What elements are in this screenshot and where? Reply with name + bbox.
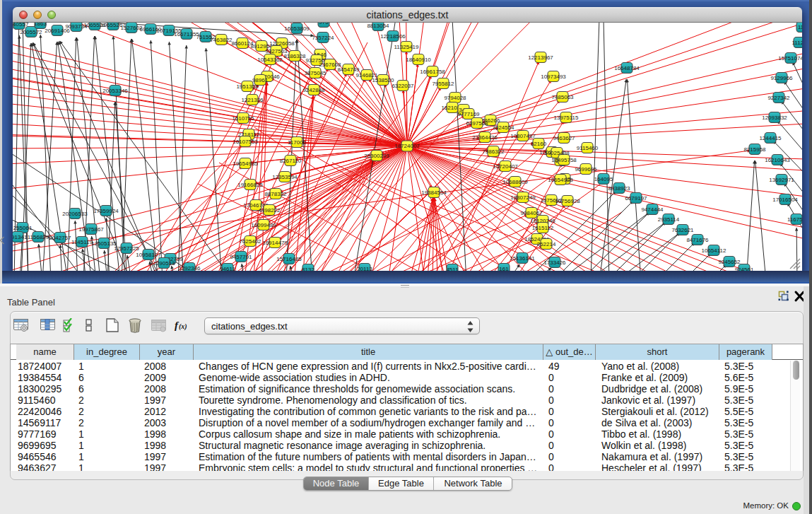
svg-text:8471676: 8471676 [686, 237, 709, 243]
svg-text:9242848: 9242848 [302, 87, 325, 93]
svg-text:16107553: 16107553 [233, 139, 258, 145]
svg-text:7986322: 7986322 [482, 148, 505, 155]
svg-text:10543362: 10543362 [257, 57, 283, 63]
svg-text:6497568: 6497568 [466, 120, 488, 127]
svg-text:11124: 11124 [792, 40, 802, 46]
svg-text:10654112: 10654112 [702, 247, 727, 254]
svg-text:15136141: 15136141 [510, 255, 535, 262]
svg-text:7955812: 7955812 [432, 81, 454, 87]
svg-text:15716485: 15716485 [276, 256, 302, 262]
svg-text:10807487: 10807487 [510, 133, 536, 139]
svg-text:18807249: 18807249 [510, 194, 536, 201]
svg-text:20113: 20113 [357, 266, 372, 271]
svg-text:17359924: 17359924 [93, 208, 119, 214]
svg-text:15751074: 15751074 [778, 55, 802, 62]
svg-text:9463627: 9463627 [553, 135, 575, 141]
svg-text:9794028: 9794028 [444, 95, 466, 101]
svg-text:16648784: 16648784 [614, 65, 640, 71]
svg-text:255061: 255061 [13, 225, 33, 231]
svg-text:20206533: 20206533 [62, 211, 88, 217]
svg-text:3875045: 3875045 [304, 70, 326, 76]
svg-text:12093832: 12093832 [762, 115, 787, 121]
svg-text:9777169: 9777169 [457, 111, 480, 117]
svg-text:8938923: 8938923 [608, 185, 630, 192]
svg-text:9457791: 9457791 [230, 254, 252, 260]
svg-text:1156829: 1156829 [28, 234, 49, 240]
svg-text:10973493: 10973493 [541, 74, 566, 80]
svg-text:18724007: 18724007 [394, 143, 420, 149]
svg-text:16210643: 16210643 [765, 157, 790, 163]
svg-text:8878332: 8878332 [264, 191, 287, 197]
svg-text:1863: 1863 [34, 23, 47, 27]
svg-text:252214: 252214 [537, 241, 556, 247]
svg-text:1145119: 1145119 [71, 239, 93, 245]
svg-text:9474444: 9474444 [641, 206, 664, 213]
svg-text:1615112: 1615112 [532, 225, 554, 231]
svg-text:12505135: 12505135 [91, 240, 117, 247]
svg-text:1610755: 1610755 [232, 115, 254, 122]
svg-text:9129966: 9129966 [770, 75, 793, 81]
svg-text:19654985: 19654985 [233, 160, 258, 167]
svg-text:8215958: 8215958 [743, 146, 766, 153]
svg-text:8186328: 8186328 [283, 53, 306, 59]
svg-text:25300293: 25300293 [364, 153, 389, 159]
svg-text:9245652: 9245652 [718, 259, 741, 265]
svg-text:3624554: 3624554 [492, 124, 514, 131]
svg-text:161: 161 [499, 266, 509, 271]
svg-text:1244415: 1244415 [759, 135, 782, 141]
svg-text:12353594: 12353594 [272, 174, 298, 180]
svg-text:7485063: 7485063 [551, 94, 574, 100]
svg-text:1221336: 1221336 [241, 97, 264, 103]
svg-text:9227342: 9227342 [767, 95, 790, 101]
svg-text:18640910: 18640910 [406, 57, 431, 63]
svg-text:21364436: 21364436 [472, 134, 498, 141]
svg-text:12213967: 12213967 [528, 54, 553, 61]
svg-text:1292346: 1292346 [178, 265, 201, 271]
svg-text:10756928: 10756928 [555, 198, 580, 204]
svg-text:12218506: 12218506 [380, 33, 406, 40]
svg-text:140557: 140557 [13, 23, 29, 28]
svg-text:7632621: 7632621 [671, 227, 694, 233]
svg-text:116753: 116753 [787, 216, 802, 223]
svg-text:20053346: 20053346 [102, 88, 128, 94]
svg-text:19166825: 19166825 [237, 182, 263, 188]
svg-text:62160: 62160 [531, 141, 547, 147]
svg-text:117006: 117006 [288, 139, 307, 146]
svg-text:1538520: 1538520 [372, 77, 394, 83]
svg-text:16961758: 16961758 [420, 69, 445, 75]
svg-text:16099489: 16099489 [251, 222, 276, 228]
svg-text:17016504: 17016504 [772, 197, 798, 203]
svg-text:11325419: 11325419 [394, 44, 420, 50]
svg-text:(x): (x) [179, 322, 187, 331]
svg-text:7463822: 7463822 [210, 37, 233, 43]
svg-text:9115460: 9115460 [577, 145, 599, 151]
svg-text:2935114: 2935114 [658, 216, 680, 223]
svg-text:94611: 94611 [220, 266, 235, 271]
svg-text:8267110: 8267110 [280, 158, 302, 164]
svg-text:6679197: 6679197 [625, 195, 647, 201]
svg-text:1290513: 1290513 [153, 260, 175, 267]
svg-text:18495758: 18495758 [551, 157, 577, 163]
svg-text:6322037: 6322037 [392, 83, 414, 89]
svg-text:2005572: 2005572 [20, 29, 42, 35]
svg-text:13975115: 13975115 [554, 115, 579, 121]
svg-text:4498222: 4498222 [258, 207, 281, 214]
svg-text:98961: 98961 [252, 77, 269, 83]
svg-text:17957225: 17957225 [114, 245, 139, 252]
svg-text:19384554: 19384554 [421, 189, 447, 196]
svg-text:1733426: 1733426 [543, 259, 566, 266]
svg-text:164095: 164095 [594, 176, 613, 182]
svg-text:13692971: 13692971 [769, 177, 794, 183]
svg-text:15720407: 15720407 [493, 163, 518, 170]
svg-text:975: 975 [319, 23, 329, 25]
svg-text:111: 111 [798, 24, 802, 30]
svg-text:19975867: 19975867 [78, 226, 104, 233]
svg-text:1951358: 1951358 [236, 83, 259, 90]
svg-text:7625402: 7625402 [239, 238, 261, 245]
svg-text:7357224: 7357224 [312, 35, 334, 41]
svg-text:8813054: 8813054 [367, 23, 389, 29]
svg-text:16654923: 16654923 [548, 177, 573, 183]
svg-text:10688609: 10688609 [502, 179, 528, 185]
svg-text:991341: 991341 [13, 234, 28, 240]
svg-text:16053809: 16053809 [284, 25, 310, 32]
